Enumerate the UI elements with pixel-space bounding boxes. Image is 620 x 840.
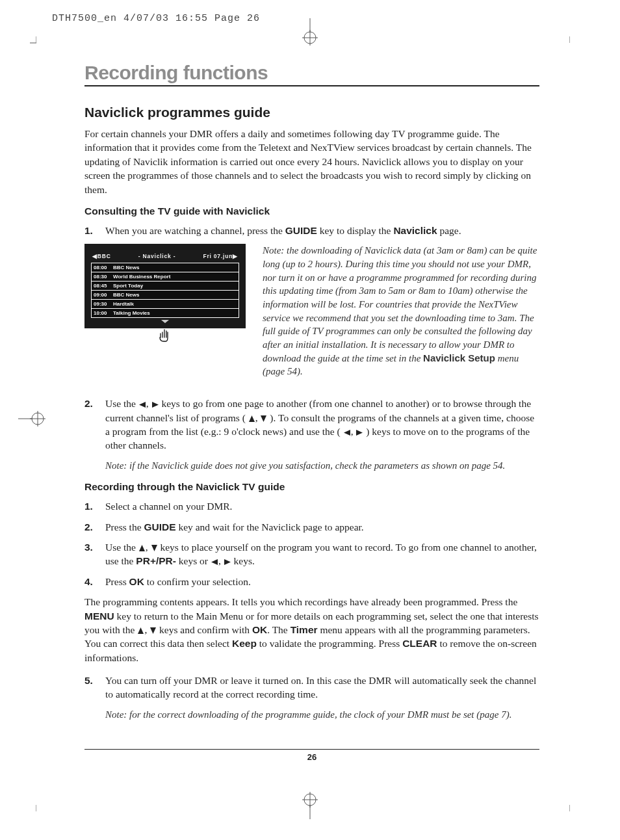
down-arrow-icon: [151, 544, 158, 552]
svg-marker-20: [261, 415, 266, 422]
svg-marker-26: [224, 559, 231, 565]
title-rule: [84, 85, 539, 86]
svg-point-1: [304, 32, 316, 44]
nav-left-icon: ◀: [92, 253, 97, 259]
section-heading: Naviclick programmes guide: [84, 105, 539, 120]
svg-point-5: [32, 413, 44, 425]
step-text: When you are watching a channel, press t…: [105, 224, 539, 237]
rec-step-4: 4. Press OK to confirm your selection.: [84, 575, 539, 588]
recording-heading: Recording through the Naviclick TV guide: [84, 481, 539, 493]
download-note: Note: the downloading of Naviclick data …: [263, 244, 539, 378]
naviclick-screenshot: ◀ BBC - Naviclick - Fri 07.jun ▶ 08:00BB…: [84, 244, 246, 387]
page-footer: 26: [84, 749, 539, 762]
programming-paragraph: The programming contents appears. It tel…: [84, 595, 539, 664]
svg-marker-23: [139, 545, 145, 551]
screenshot-date: Fri 07.jun: [203, 253, 233, 259]
screenshot-channel: BBC: [97, 253, 111, 259]
rec-step-5: 5. You can turn off your DMR or leave it…: [84, 674, 539, 702]
consult-heading: Consulting the TV guide with Naviclick: [84, 205, 539, 217]
up-arrow-icon: [138, 544, 146, 552]
guide-row: 08:45Sport Today: [91, 282, 239, 291]
guide-row: 08:30World Business Report: [91, 272, 239, 282]
up-arrow-icon: [248, 415, 255, 423]
rec-step-1: 1. Select a channel on your DMR.: [84, 499, 539, 513]
crop-mark-bottom-icon: [300, 791, 320, 822]
screenshot-title: - Naviclick -: [138, 253, 176, 259]
svg-marker-19: [249, 415, 255, 422]
right-arrow-icon: [151, 401, 159, 408]
note-params: Note: if the Naviclick guide does not gi…: [105, 459, 539, 473]
step-1: 1. When you are watching a channel, pres…: [84, 224, 539, 237]
svg-marker-18: [152, 402, 159, 408]
down-arrow-icon: [260, 415, 267, 423]
svg-marker-28: [150, 627, 156, 634]
intro-paragraph: For certain channels your DMR offers a d…: [84, 127, 539, 196]
crop-corner-tl-icon: [22, 36, 36, 51]
crop-mark-left-icon: [18, 409, 47, 431]
print-slug: DTH7500_en 4/07/03 16:55 Page 26: [52, 13, 260, 24]
guide-row: 08:00BBC News: [91, 263, 239, 272]
scroll-down-icon: [161, 320, 169, 323]
right-arrow-icon: [224, 558, 231, 566]
rec-step-2: 2. Press the GUIDE key and wait for the …: [84, 520, 539, 534]
crop-mark-top-icon: [300, 18, 320, 49]
step-number: 2.: [84, 397, 105, 453]
guide-row: 09:00BBC News: [91, 291, 239, 300]
step-text: Use the , keys to go from one page to an…: [105, 397, 539, 453]
left-arrow-icon: [343, 429, 351, 436]
note-clock: Note: for the correct downloading of the…: [105, 708, 539, 722]
svg-marker-22: [356, 430, 363, 436]
svg-marker-17: [139, 402, 146, 408]
page-title: Recording functions: [84, 62, 539, 84]
nav-right-icon: ▶: [233, 253, 238, 259]
page-number: 26: [84, 752, 539, 762]
left-arrow-icon: [211, 558, 218, 566]
pointer-hand-icon: [84, 328, 246, 343]
svg-marker-24: [151, 545, 157, 551]
down-arrow-icon: [149, 627, 157, 635]
page: DTH7500_en 4/07/03 16:55 Page 26 Recordi…: [0, 0, 620, 840]
svg-marker-25: [211, 559, 218, 565]
rec-step-3: 3. Use the , keys to place yourself on t…: [84, 540, 539, 568]
svg-point-8: [304, 794, 316, 806]
content-area: Recording functions Naviclick programmes…: [84, 62, 539, 731]
screenshot-and-note: ◀ BBC - Naviclick - Fri 07.jun ▶ 08:00BB…: [84, 244, 539, 387]
guide-row: 09:30Hardtalk: [91, 300, 239, 309]
crop-corner-tr-icon: [569, 36, 584, 51]
step-2: 2. Use the , keys to go from one page to…: [84, 397, 539, 453]
svg-marker-27: [138, 627, 144, 634]
right-arrow-icon: [355, 429, 363, 436]
guide-row: 10:00Talking Movies: [91, 309, 239, 318]
step-number: 1.: [84, 224, 105, 237]
left-arrow-icon: [138, 401, 146, 408]
crop-corner-bl-icon: [22, 797, 36, 811]
svg-marker-21: [344, 430, 350, 436]
crop-corner-br-icon: [569, 797, 584, 811]
up-arrow-icon: [137, 627, 144, 635]
